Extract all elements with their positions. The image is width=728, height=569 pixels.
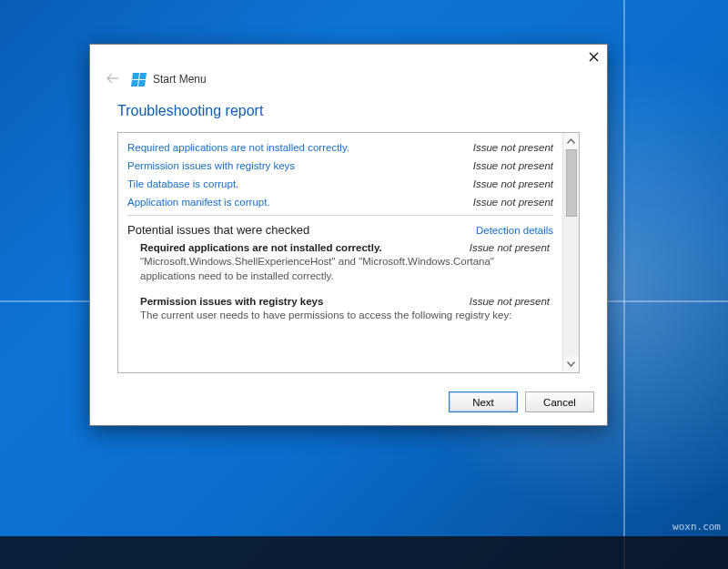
vertical-scrollbar[interactable] [562, 133, 579, 372]
check-link[interactable]: Required applications are not installed … [127, 142, 349, 153]
check-row: Permission issues with registry keys Iss… [127, 157, 553, 175]
check-row: Application manifest is corrupt. Issue n… [127, 193, 553, 211]
scroll-up-icon[interactable] [563, 133, 579, 149]
issue-detail-status: Issue not present [470, 242, 551, 253]
check-status: Issue not present [473, 197, 553, 208]
issue-detail-name: Required applications are not installed … [140, 242, 382, 253]
scroll-down-icon[interactable] [563, 356, 579, 372]
issue-detail-body: The current user needs to have permissio… [140, 307, 551, 323]
check-row: Required applications are not installed … [127, 138, 553, 157]
report-panel: Required applications are not installed … [117, 132, 580, 373]
check-status: Issue not present [473, 178, 553, 189]
scroll-track[interactable] [566, 149, 577, 356]
detection-details-link[interactable]: Detection details [476, 225, 553, 236]
back-arrow-icon[interactable] [106, 72, 125, 86]
issue-detail-name: Permission issues with registry keys [140, 296, 323, 307]
taskbar[interactable] [0, 536, 728, 569]
title-bar [90, 45, 607, 72]
issue-detail-status: Issue not present [470, 296, 551, 307]
dialog-footer: Next Cancel [90, 382, 607, 425]
check-status: Issue not present [473, 142, 553, 153]
cancel-button[interactable]: Cancel [525, 391, 594, 412]
issue-detail-body: "Microsoft.Windows.ShellExperienceHost" … [140, 253, 551, 283]
check-link[interactable]: Permission issues with registry keys [127, 160, 295, 171]
dialog-header: Start Menu [90, 72, 607, 92]
potential-issues-header: Potential issues that were checked Detec… [127, 215, 553, 237]
page-title: Troubleshooting report [90, 92, 607, 132]
issue-detail: Permission issues with registry keys Iss… [127, 290, 553, 330]
check-row: Tile database is corrupt. Issue not pres… [127, 175, 553, 193]
section-title: Potential issues that were checked [127, 223, 309, 237]
breadcrumb: Start Menu [153, 73, 207, 86]
next-button[interactable]: Next [449, 391, 518, 412]
check-link[interactable]: Tile database is corrupt. [127, 178, 238, 189]
troubleshooter-dialog: Start Menu Troubleshooting report Requir… [89, 44, 608, 426]
report-scroll-pane: Required applications are not installed … [118, 133, 562, 372]
close-icon[interactable] [587, 50, 600, 63]
scroll-thumb[interactable] [566, 149, 577, 217]
issue-detail: Required applications are not installed … [127, 237, 553, 290]
windows-logo-icon [131, 73, 147, 86]
check-link[interactable]: Application manifest is corrupt. [127, 197, 270, 208]
check-status: Issue not present [473, 160, 553, 171]
watermark-text: woxn.com [672, 521, 721, 533]
